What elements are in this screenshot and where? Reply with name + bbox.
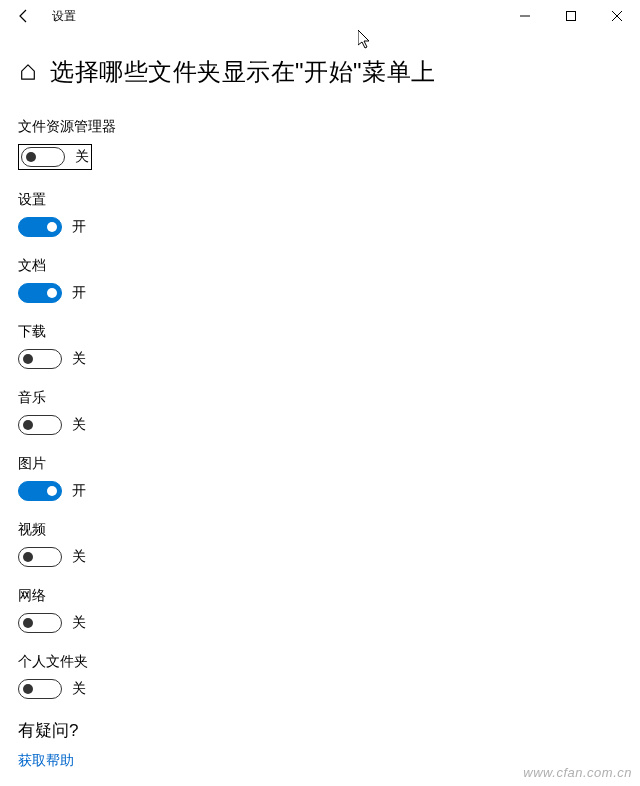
setting-label: 文档 [18, 257, 622, 275]
toggle-state-label: 开 [72, 482, 86, 500]
setting-label: 文件资源管理器 [18, 118, 622, 136]
svg-rect-1 [567, 12, 576, 21]
page-title: 选择哪些文件夹显示在"开始"菜单上 [50, 56, 436, 88]
setting-item: 个人文件夹关 [18, 653, 622, 699]
title-bar: 设置 [0, 0, 640, 32]
toggle-switch[interactable] [18, 613, 62, 633]
settings-list: 文件资源管理器关设置开文档开下载关音乐关图片开视频关网络关个人文件夹关 [18, 118, 622, 699]
toggle-state-label: 关 [72, 350, 86, 368]
setting-label: 设置 [18, 191, 622, 209]
setting-item: 文档开 [18, 257, 622, 303]
back-button[interactable] [8, 0, 40, 32]
highlighted-toggle: 关 [18, 144, 92, 170]
setting-item: 设置开 [18, 191, 622, 237]
setting-label: 音乐 [18, 389, 622, 407]
window-title: 设置 [52, 8, 76, 25]
setting-label: 图片 [18, 455, 622, 473]
setting-item: 文件资源管理器关 [18, 118, 622, 171]
toggle-state-label: 关 [72, 614, 86, 632]
home-icon[interactable] [18, 62, 38, 82]
watermark: www.cfan.com.cn [523, 765, 632, 780]
setting-item: 视频关 [18, 521, 622, 567]
setting-label: 下载 [18, 323, 622, 341]
toggle-switch[interactable] [21, 147, 65, 167]
toggle-state-label: 开 [72, 284, 86, 302]
toggle-switch[interactable] [18, 679, 62, 699]
setting-label: 视频 [18, 521, 622, 539]
toggle-switch[interactable] [18, 547, 62, 567]
toggle-switch[interactable] [18, 349, 62, 369]
page-heading: 选择哪些文件夹显示在"开始"菜单上 [18, 56, 622, 88]
toggle-switch[interactable] [18, 283, 62, 303]
setting-item: 音乐关 [18, 389, 622, 435]
toggle-state-label: 关 [72, 416, 86, 434]
toggle-switch[interactable] [18, 415, 62, 435]
maximize-button[interactable] [548, 0, 594, 32]
setting-label: 网络 [18, 587, 622, 605]
help-title: 有疑问? [18, 719, 622, 742]
minimize-button[interactable] [502, 0, 548, 32]
window-controls [502, 0, 640, 32]
toggle-state-label: 开 [72, 218, 86, 236]
help-section: 有疑问? 获取帮助 [18, 719, 622, 770]
toggle-switch[interactable] [18, 217, 62, 237]
toggle-state-label: 关 [75, 148, 89, 166]
close-button[interactable] [594, 0, 640, 32]
setting-label: 个人文件夹 [18, 653, 622, 671]
setting-item: 网络关 [18, 587, 622, 633]
setting-item: 图片开 [18, 455, 622, 501]
toggle-state-label: 关 [72, 680, 86, 698]
toggle-state-label: 关 [72, 548, 86, 566]
toggle-switch[interactable] [18, 481, 62, 501]
setting-item: 下载关 [18, 323, 622, 369]
